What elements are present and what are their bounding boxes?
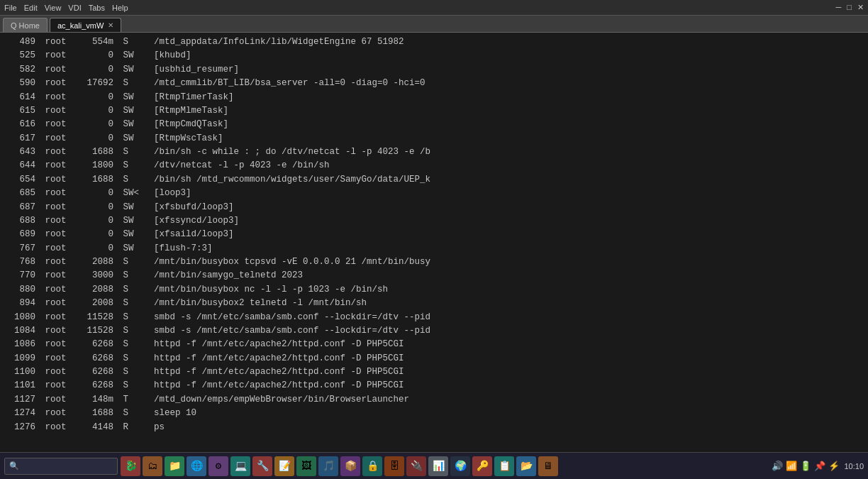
tab-kali[interactable]: ac_kali_vmW ✕ (50, 18, 121, 32)
sys-tray-icon-2[interactable]: 🔋 (800, 461, 811, 472)
taskbar-app-2[interactable]: 📁 (165, 456, 184, 476)
stat-col: S (118, 311, 143, 324)
pid-col: 654 (6, 173, 40, 187)
stat-col: S (118, 297, 143, 310)
vsz-col: 0 (77, 228, 118, 241)
menu-vdi[interactable]: VDI (68, 4, 81, 12)
vsz-col: 0 (77, 132, 118, 145)
user-col: root (40, 63, 77, 77)
taskbar-app-12[interactable]: 🗄 (384, 456, 404, 476)
table-row: 1086 root6268 S httpd -f /mnt/etc/apache… (6, 338, 862, 351)
vsz-col: 0 (77, 49, 118, 62)
user-col: root (40, 104, 77, 118)
clock: 10:10 (844, 462, 864, 470)
stat-col: SW (118, 104, 143, 118)
taskbar-app-19[interactable]: 🖥 (538, 456, 558, 476)
table-row: 614 root0 SW [RtmpTimerTask] (6, 91, 862, 104)
stat-col: SW (118, 132, 143, 145)
user-col: root (40, 379, 77, 392)
cmd-col: [xfsaild/loop3] (143, 228, 234, 241)
stat-col: S (118, 255, 143, 269)
sys-tray-icon-0[interactable]: 🔊 (772, 461, 783, 472)
vsz-col: 6268 (77, 338, 118, 351)
stat-col: S (118, 269, 143, 282)
cmd-col: [RtmpWscTask] (143, 132, 223, 145)
user-col: root (40, 407, 77, 420)
taskbar-app-3[interactable]: 🌐 (187, 456, 206, 476)
vsz-col: 0 (77, 187, 118, 200)
sys-tray-icon-1[interactable]: 📶 (786, 461, 797, 472)
cmd-col: smbd -s /mnt/etc/samba/smb.conf --lockdi… (143, 324, 430, 338)
taskbar-app-10[interactable]: 📦 (340, 456, 360, 476)
sys-tray-icon-3[interactable]: 📌 (814, 461, 825, 472)
taskbar-app-16[interactable]: 🔑 (472, 456, 492, 476)
user-col: root (40, 324, 77, 338)
vsz-col: 3000 (77, 269, 118, 282)
taskbar-app-11[interactable]: 🔒 (362, 456, 382, 476)
taskbar-app-6[interactable]: 🔧 (252, 456, 272, 476)
taskbar-app-5[interactable]: 💻 (230, 456, 250, 476)
cmd-col: /mtd_down/emps/empWebBrowser/bin/Browser… (143, 393, 409, 407)
pid-col: 768 (6, 255, 40, 269)
table-row: 1276 root4148 R ps (6, 421, 862, 434)
table-row: 643 root1688 S /bin/sh -c while : ; do /… (6, 145, 862, 159)
stat-col: SW (118, 91, 143, 104)
vsz-col: 4148 (77, 421, 118, 434)
cmd-col: /bin/sh /mtd_rwcommon/widgets/user/SamyG… (143, 173, 430, 187)
user-col: root (40, 132, 77, 145)
stat-col: S (118, 365, 143, 379)
tab-close-icon[interactable]: ✕ (108, 21, 113, 29)
user-col: root (40, 49, 77, 62)
cmd-col: httpd -f /mnt/etc/apache2/httpd.conf -D … (143, 352, 404, 365)
table-row: 615 root0 SW [RtmpMlmeTask] (6, 104, 862, 118)
user-col: root (40, 365, 77, 379)
stat-col: S (118, 35, 143, 49)
stat-col: SW (118, 118, 143, 131)
cmd-col: [khubd] (143, 49, 191, 62)
table-row: 894 root2008 S /mnt/bin/busybox2 telnetd… (6, 297, 862, 310)
cmd-col: [RtmpCmdQTask] (143, 118, 228, 131)
taskbar-app-0[interactable]: 🐉 (121, 456, 140, 476)
pid-col: 1086 (6, 338, 40, 351)
pid-col: 1274 (6, 407, 40, 420)
menu-help[interactable]: Help (112, 4, 128, 12)
system-tray: 🔊📶🔋📌⚡ (772, 461, 840, 472)
vsz-col: 0 (77, 118, 118, 131)
user-col: root (40, 297, 77, 310)
sys-tray-icon-4[interactable]: ⚡ (828, 461, 840, 472)
menu-tabs[interactable]: Tabs (89, 4, 105, 12)
menu-file[interactable]: File (4, 4, 17, 12)
pid-col: 615 (6, 104, 40, 118)
taskbar-app-4[interactable]: ⚙ (208, 456, 228, 476)
cmd-col: /mnt/bin/busybox tcpsvd -vE 0.0.0.0 21 /… (143, 255, 430, 269)
cmd-col: [xfssyncd/loop3] (143, 214, 239, 228)
taskbar-app-13[interactable]: 🔌 (406, 456, 426, 476)
vsz-col: 6268 (77, 379, 118, 392)
window-controls[interactable]: ─□✕ (836, 3, 864, 12)
taskbar-app-1[interactable]: 🗂 (143, 456, 162, 476)
vsz-col: 17692 (77, 77, 118, 90)
vsz-col: 6268 (77, 365, 118, 379)
table-row: 489 root554m S /mtd_appdata/InfoLink/lib… (6, 35, 862, 49)
menu-edit[interactable]: Edit (24, 4, 38, 12)
taskbar-app-17[interactable]: 📋 (494, 456, 514, 476)
vsz-col: 0 (77, 242, 118, 255)
taskbar-app-18[interactable]: 📂 (516, 456, 536, 476)
vsz-col: 2088 (77, 255, 118, 269)
taskbar-search[interactable]: 🔍 (4, 458, 118, 475)
stat-col: S (118, 159, 143, 172)
table-row: 590 root17692 S /mtd_cmmlib/BT_LIB/bsa_s… (6, 77, 862, 90)
pid-col: 689 (6, 228, 40, 241)
menu-bar[interactable]: File Edit View VDI Tabs Help (4, 4, 128, 12)
tab-kali-label: ac_kali_vmW (57, 21, 104, 30)
taskbar-app-15[interactable]: 🌍 (450, 456, 470, 476)
menu-view[interactable]: View (45, 4, 62, 12)
table-row: 770 root3000 S /mnt/bin/samygo_telnetd 2… (6, 269, 862, 282)
tab-home[interactable]: Q Home (3, 18, 48, 32)
taskbar-app-7[interactable]: 📝 (274, 456, 294, 476)
taskbar-app-9[interactable]: 🎵 (318, 456, 338, 476)
taskbar-app-8[interactable]: 🖼 (296, 456, 316, 476)
vsz-col: 2008 (77, 297, 118, 310)
user-col: root (40, 269, 77, 282)
taskbar-app-14[interactable]: 📊 (428, 456, 448, 476)
